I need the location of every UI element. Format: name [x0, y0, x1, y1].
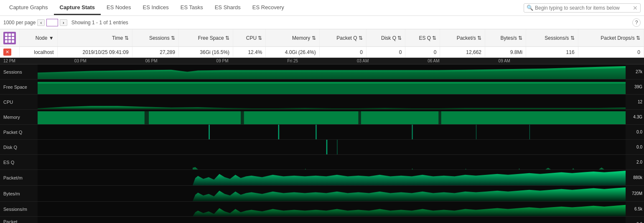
tab-es-tasks[interactable]: ES Tasks — [175, 1, 209, 15]
time-label-4: Fri 25 — [287, 59, 298, 63]
row-bytes: 9.8Mi — [485, 47, 526, 58]
tab-es-nodes[interactable]: ES Nodes — [101, 1, 137, 15]
chart-value-freespace: 39G — [626, 85, 644, 89]
tab-capture-graphs[interactable]: Capture Graphs — [3, 1, 54, 15]
svg-marker-19 — [38, 171, 626, 185]
time-label-0: 12 PM — [3, 59, 15, 63]
chart-value-diskq: 0.0 — [626, 145, 644, 149]
nav-bar: Capture Graphs Capture Stats ES Nodes ES… — [0, 0, 644, 16]
chart-area-freespace — [38, 79, 626, 94]
col-packets-header[interactable]: Packet/s ⇅ — [440, 29, 485, 47]
chart-label-packetm: Packet/m — [0, 170, 38, 185]
svg-rect-9 — [438, 111, 441, 124]
chart-area-packetq — [38, 125, 626, 139]
svg-rect-7 — [241, 111, 244, 124]
chart-label-sessionsm: Sessions/m — [0, 202, 38, 216]
search-clear-icon[interactable]: ✕ — [633, 5, 638, 11]
chart-label-freespace: Free Space — [0, 79, 38, 94]
time-label-5: 03 AM — [357, 59, 369, 63]
search-icon: 🔍 — [527, 5, 533, 11]
col-sessions-s-header[interactable]: Sessions/s ⇅ — [526, 29, 578, 47]
col-cpu-header[interactable]: CPU ⇅ — [233, 29, 266, 47]
help-button[interactable]: ? — [632, 18, 641, 27]
svg-rect-17 — [337, 140, 337, 154]
row-sessions-s: 116 — [526, 47, 578, 58]
per-page-select[interactable]: 1000 per page — [3, 20, 36, 26]
time-label-7: 09 AM — [499, 59, 510, 63]
svg-marker-5 — [38, 111, 626, 124]
row-diskq: 0 — [366, 47, 405, 58]
tab-capture-stats[interactable]: Capture Stats — [54, 1, 101, 15]
chart-value-memory: 4.3G — [626, 115, 644, 119]
time-label-1: 03 PM — [74, 59, 87, 63]
chart-row-packetq: Packet Q 0.0 — [0, 125, 644, 140]
row-drops: 0 — [578, 47, 644, 58]
chart-area-dropsm — [38, 217, 626, 223]
tab-es-indices[interactable]: ES Indices — [137, 1, 175, 15]
chart-label-diskq: Disk Q — [0, 140, 38, 154]
col-esq-header[interactable]: ES Q ⇅ — [405, 29, 440, 47]
chart-row-dropsm: Packet Drops/m 0.0 — [0, 217, 644, 223]
col-bytes-header[interactable]: Bytes/s ⇅ — [485, 29, 526, 47]
svg-rect-8 — [358, 111, 361, 124]
chart-row-bytesm: Bytes/m 720M — [0, 186, 644, 202]
chart-value-sessionsm: 6.5k — [626, 207, 644, 211]
page-number-input[interactable]: 1 — [46, 19, 58, 26]
chart-value-esq: 2.0 — [626, 160, 644, 164]
stats-table: Node ▼ Time ⇅ Sessions ⇅ Free Space ⇅ CP… — [0, 29, 644, 58]
row-packets: 12,662 — [440, 47, 485, 58]
svg-marker-18 — [38, 167, 626, 169]
row-node: localhost — [20, 47, 58, 58]
row-freespace: 36Gi (16.5%) — [178, 47, 233, 58]
chart-row-cpu: CPU 12 — [0, 95, 644, 110]
showing-text: Showing 1 - 1 of 1 entries — [71, 20, 128, 26]
chart-area-memory — [38, 110, 626, 124]
tab-es-shards[interactable]: ES Shards — [209, 1, 247, 15]
chart-row-sessionsm: Sessions/m 6.5k — [0, 202, 644, 217]
col-icon-header — [0, 29, 20, 47]
time-label-3: 09 PM — [216, 59, 229, 63]
chart-area-packetm — [38, 170, 626, 185]
chart-label-sessions: Sessions — [0, 64, 38, 79]
svg-rect-16 — [326, 140, 328, 154]
chart-row-esq: ES Q 2.0 — [0, 155, 644, 170]
row-memory: 4.0Gi (26.4%) — [266, 47, 319, 58]
delete-row-button[interactable]: ✕ — [3, 49, 11, 56]
pagination-bar: 1000 per page ‹ 1 › Showing 1 - 1 of 1 e… — [0, 16, 644, 29]
col-sessions-header[interactable]: Sessions ⇅ — [132, 29, 178, 47]
search-input[interactable] — [535, 5, 631, 11]
chart-label-cpu: CPU — [0, 95, 38, 109]
svg-rect-15 — [529, 125, 530, 139]
chart-row-packetm: Packet/m 880k — [0, 170, 644, 186]
grid-icon[interactable] — [3, 32, 16, 44]
row-sessions: 27,289 — [132, 47, 178, 58]
chart-value-cpu: 12 — [626, 100, 644, 104]
col-freespace-header[interactable]: Free Space ⇅ — [178, 29, 233, 47]
chart-label-esq: ES Q — [0, 155, 38, 169]
row-cpu: 12.4% — [233, 47, 266, 58]
tab-es-recovery[interactable]: ES Recovery — [247, 1, 290, 15]
chart-value-bytesm: 720M — [626, 191, 644, 196]
svg-rect-10 — [209, 125, 210, 139]
row-esq: 0 — [405, 47, 440, 58]
chart-row-diskq: Disk Q 0.0 — [0, 140, 644, 155]
col-drops-header[interactable]: Packet Drops/s ⇅ — [578, 29, 644, 47]
svg-rect-13 — [412, 125, 413, 139]
row-time: 2019/10/25 09:41:09 — [57, 47, 132, 58]
chart-value-packetq: 0.0 — [626, 130, 644, 134]
chart-value-packetm: 880k — [626, 175, 644, 180]
time-axis: 12 PM 03 PM 06 PM 09 PM Fri 25 03 AM 06 … — [0, 58, 644, 64]
col-diskq-header[interactable]: Disk Q ⇅ — [366, 29, 405, 47]
chart-label-packetq: Packet Q — [0, 125, 38, 139]
chart-row-freespace: Free Space 39G — [0, 79, 644, 95]
col-memory-header[interactable]: Memory ⇅ — [266, 29, 319, 47]
chart-area-esq — [38, 155, 626, 169]
chart-area-bytesm — [38, 186, 626, 201]
svg-marker-3 — [38, 84, 626, 94]
col-node-header[interactable]: Node ▼ — [20, 29, 58, 47]
col-packetq-header[interactable]: Packet Q ⇅ — [319, 29, 366, 47]
row-delete-cell: ✕ — [0, 47, 20, 58]
page-next-btn[interactable]: › — [60, 19, 67, 26]
col-time-header[interactable]: Time ⇅ — [57, 29, 132, 47]
page-prev-btn[interactable]: ‹ — [37, 19, 45, 26]
